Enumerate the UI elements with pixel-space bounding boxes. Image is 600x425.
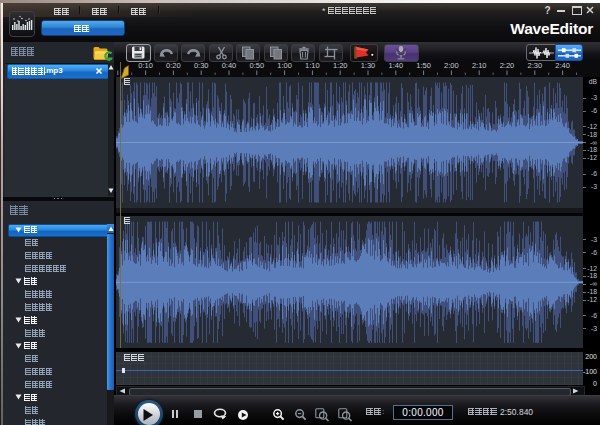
svg-text:0:40: 0:40 (222, 61, 237, 70)
svg-text:1:20: 1:20 (333, 61, 348, 70)
svg-text:1:00: 1:00 (277, 61, 292, 70)
svg-text:0:20: 0:20 (166, 61, 181, 70)
svg-text:2:20: 2:20 (500, 61, 515, 70)
svg-text:0:10: 0:10 (138, 61, 153, 70)
svg-text:1:40: 1:40 (388, 61, 403, 70)
svg-text:1:50: 1:50 (416, 61, 431, 70)
svg-text:2:10: 2:10 (472, 61, 487, 70)
svg-text:1:10: 1:10 (305, 61, 320, 70)
svg-text:2:40: 2:40 (555, 61, 570, 70)
svg-text:1:30: 1:30 (361, 61, 376, 70)
svg-text:2:00: 2:00 (444, 61, 459, 70)
svg-text:0:30: 0:30 (194, 61, 209, 70)
svg-text:0:50: 0:50 (249, 61, 264, 70)
svg-text:2:30: 2:30 (527, 61, 542, 70)
